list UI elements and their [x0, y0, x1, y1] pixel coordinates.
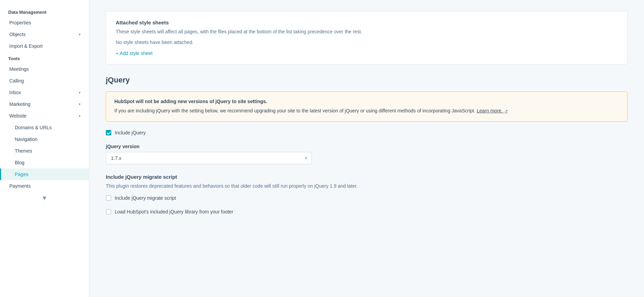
sidebar-section-title-data-management: Data Management — [0, 6, 89, 17]
sidebar-item-themes[interactable]: Themes — [0, 145, 89, 157]
sidebar-scroll-indicator: ▼ — [0, 192, 89, 205]
sidebar-item-domains-urls[interactable]: Domains & URLs — [0, 122, 89, 133]
jquery-warning-text: If you are including jQuery with the set… — [114, 107, 619, 114]
sidebar-item-properties[interactable]: Properties — [0, 17, 89, 29]
load-from-footer-checkbox[interactable] — [106, 209, 111, 214]
sidebar-item-navigation[interactable]: Navigation — [0, 133, 89, 145]
jquery-section: jQuery HubSpot will not be adding new ve… — [106, 76, 628, 214]
card-attached-stylesheets-empty: No style sheets have been attached. — [116, 40, 618, 45]
add-stylesheet-button[interactable]: + Add style sheet — [116, 51, 152, 56]
jquery-section-title: jQuery — [106, 76, 628, 85]
external-link-icon: ↗ — [505, 109, 508, 113]
sidebar-item-inbox[interactable]: Inbox ▾ — [0, 87, 89, 98]
jquery-warning-title: HubSpot will not be adding new versions … — [114, 99, 619, 104]
main-content: Attached style sheets These style sheets… — [89, 0, 644, 297]
sidebar-item-objects[interactable]: Objects ▾ — [0, 29, 89, 40]
sidebar: Data Management Properties Objects ▾ Imp… — [0, 0, 89, 297]
sidebar-item-pages[interactable]: Pages — [0, 168, 89, 180]
jquery-version-select[interactable]: 1.7.x 1.8.x 1.9.x 1.11.x 2.1.x 3.x — [106, 152, 312, 164]
chevron-down-icon: ▾ — [79, 32, 81, 37]
sidebar-item-blog[interactable]: Blog — [0, 157, 89, 168]
sidebar-section-tools: Tools Meetings Calling Inbox ▾ Marketing… — [0, 52, 89, 192]
include-jquery-row: Include jQuery — [106, 130, 628, 135]
chevron-down-icon: ▾ — [79, 114, 81, 118]
load-from-footer-label: Load HubSpot's included jQuery library f… — [115, 209, 233, 214]
attached-stylesheets-card: Attached style sheets These style sheets… — [106, 11, 628, 65]
sidebar-section-title-tools: Tools — [0, 52, 89, 63]
include-migrate-checkbox[interactable] — [106, 195, 111, 201]
include-migrate-label: Include jQuery migrate script — [115, 195, 176, 201]
card-attached-stylesheets-title: Attached style sheets — [116, 20, 618, 25]
sidebar-item-marketing[interactable]: Marketing ▾ — [0, 98, 89, 110]
load-from-footer-row: Load HubSpot's included jQuery library f… — [106, 209, 628, 214]
sidebar-item-calling[interactable]: Calling — [0, 75, 89, 87]
jquery-migrate-title: Include jQuery migrate script — [106, 174, 628, 180]
sidebar-item-meetings[interactable]: Meetings — [0, 63, 89, 75]
sidebar-item-import-export[interactable]: Import & Export — [0, 40, 89, 52]
card-attached-stylesheets-description: These style sheets will affect all pages… — [116, 28, 618, 35]
sidebar-item-website[interactable]: Website ▾ — [0, 110, 89, 122]
chevron-down-icon: ▾ — [79, 90, 81, 95]
sidebar-item-payments[interactable]: Payments — [0, 180, 89, 192]
jquery-warning-box: HubSpot will not be adding new versions … — [106, 91, 628, 122]
learn-more-link[interactable]: Learn more. ↗ — [477, 108, 508, 113]
include-migrate-row: Include jQuery migrate script — [106, 195, 628, 201]
include-jquery-label: Include jQuery — [115, 130, 146, 135]
jquery-migrate-description: This plugin restores deprecated features… — [106, 183, 628, 190]
jquery-version-select-wrapper: 1.7.x 1.8.x 1.9.x 1.11.x 2.1.x 3.x ▾ — [106, 152, 312, 164]
chevron-down-icon: ▾ — [79, 102, 81, 107]
include-jquery-checkbox[interactable] — [106, 130, 111, 135]
sidebar-section-data-management: Data Management Properties Objects ▾ Imp… — [0, 6, 89, 52]
jquery-version-label: jQuery version — [106, 144, 628, 149]
